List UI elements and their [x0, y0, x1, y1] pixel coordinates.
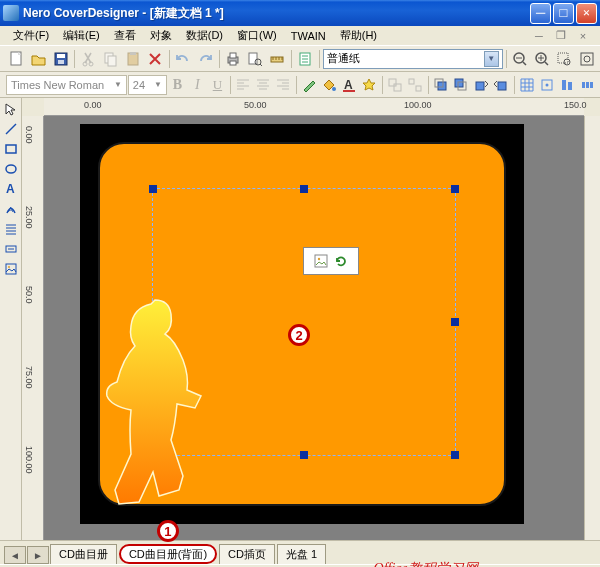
text-color-button[interactable]: A [340, 74, 359, 96]
font-size-select[interactable]: 24▼ [128, 75, 167, 95]
svg-rect-19 [558, 53, 568, 63]
chevron-down-icon: ▼ [154, 80, 162, 89]
tab-cd-booklet-back[interactable]: CD曲目册(背面) [119, 544, 217, 564]
svg-rect-9 [130, 52, 136, 55]
redo-button[interactable] [195, 48, 216, 70]
svg-text:A: A [8, 205, 14, 214]
scrollbar-vertical[interactable] [584, 116, 600, 540]
field-tool[interactable] [2, 240, 20, 258]
align-center-button[interactable] [254, 74, 273, 96]
ruler-horizontal: 0.00 50.00 100.00 150.0 [44, 98, 584, 116]
zoom-fit-button[interactable] [576, 48, 597, 70]
refresh-icon[interactable] [333, 253, 349, 269]
paste-button[interactable] [122, 48, 143, 70]
align-left-button[interactable] [234, 74, 253, 96]
cover-shape[interactable]: 2 [98, 142, 506, 506]
line-tool[interactable] [2, 120, 20, 138]
svg-text:A: A [344, 78, 353, 92]
paper-type-select[interactable]: 普通纸 ▼ [323, 49, 503, 69]
work-area: A A 0.00 50.00 100.00 150.0 0.00 25.00 5… [0, 98, 600, 540]
menu-view[interactable]: 查看 [107, 26, 143, 45]
pointer-tool[interactable] [2, 100, 20, 118]
print-preview-button[interactable] [245, 48, 266, 70]
svg-rect-50 [315, 255, 327, 267]
artistic-text-tool[interactable]: A [2, 200, 20, 218]
save-button[interactable] [50, 48, 71, 70]
maximize-button[interactable]: □ [553, 3, 574, 24]
bold-button[interactable]: B [168, 74, 187, 96]
send-back-button[interactable] [452, 74, 471, 96]
distribute-button[interactable] [578, 74, 597, 96]
menu-edit[interactable]: 编辑(E) [56, 26, 107, 45]
minimize-button[interactable]: ─ [530, 3, 551, 24]
tab-scroll-next[interactable]: ► [27, 546, 49, 564]
rectangle-tool[interactable] [2, 140, 20, 158]
calibrate-button[interactable] [267, 48, 288, 70]
svg-rect-38 [562, 80, 566, 90]
svg-point-23 [332, 87, 336, 91]
menu-twain[interactable]: TWAIN [284, 28, 333, 44]
brush-button[interactable] [300, 74, 319, 96]
fill-button[interactable] [320, 74, 339, 96]
snap-button[interactable] [538, 74, 557, 96]
chevron-down-icon: ▼ [484, 51, 499, 67]
ellipse-tool[interactable] [2, 160, 20, 178]
image-tool[interactable] [2, 260, 20, 278]
new-button[interactable] [6, 48, 27, 70]
open-button[interactable] [28, 48, 49, 70]
undo-button[interactable] [173, 48, 194, 70]
forward-button[interactable] [472, 74, 491, 96]
tracklist-tool[interactable] [2, 220, 20, 238]
resize-handle[interactable] [300, 185, 308, 193]
menu-file[interactable]: 文件(F) [6, 26, 56, 45]
resize-handle[interactable] [149, 185, 157, 193]
copy-button[interactable] [100, 48, 121, 70]
underline-button[interactable]: U [208, 74, 227, 96]
svg-rect-2 [57, 54, 65, 58]
menu-help[interactable]: 帮助(H) [333, 26, 384, 45]
resize-handle[interactable] [451, 451, 459, 459]
zoom-out-button[interactable] [510, 48, 531, 70]
close-button[interactable]: × [576, 3, 597, 24]
cut-button[interactable] [78, 48, 99, 70]
menu-data[interactable]: 数据(D) [179, 26, 230, 45]
align-objects-button[interactable] [558, 74, 577, 96]
align-right-button[interactable] [274, 74, 293, 96]
svg-rect-43 [6, 145, 16, 153]
resize-handle[interactable] [300, 451, 308, 459]
mdi-restore-button[interactable]: ❐ [550, 25, 572, 47]
tab-cd-inlay[interactable]: CD插页 [219, 544, 275, 564]
ungroup-button[interactable] [406, 74, 425, 96]
text-tool[interactable]: A [2, 180, 20, 198]
print-button[interactable] [223, 48, 244, 70]
italic-button[interactable]: I [188, 74, 207, 96]
bring-front-button[interactable] [432, 74, 451, 96]
tab-disc-1[interactable]: 光盘 1 [277, 544, 326, 564]
menu-object[interactable]: 对象 [143, 26, 179, 45]
zoom-in-button[interactable] [532, 48, 553, 70]
tab-scroll-prev[interactable]: ◄ [4, 546, 26, 564]
tab-cd-booklet[interactable]: CD曲目册 [50, 544, 117, 564]
svg-rect-29 [416, 86, 421, 91]
svg-rect-13 [249, 53, 257, 64]
person-silhouette-image[interactable] [60, 288, 220, 508]
svg-rect-27 [394, 84, 401, 91]
design-canvas[interactable]: 2 [44, 116, 584, 540]
zoom-selection-button[interactable] [554, 48, 575, 70]
mdi-close-button[interactable]: × [572, 25, 594, 47]
mdi-minimize-button[interactable]: ─ [528, 25, 550, 47]
backward-button[interactable] [492, 74, 511, 96]
svg-point-37 [546, 83, 549, 86]
chevron-down-icon: ▼ [114, 80, 122, 89]
effects-button[interactable] [360, 74, 379, 96]
svg-rect-12 [230, 61, 236, 65]
menu-window[interactable]: 窗口(W) [230, 26, 284, 45]
picture-tool-icon[interactable] [313, 253, 329, 269]
group-button[interactable] [386, 74, 405, 96]
grid-button[interactable] [518, 74, 537, 96]
resize-handle[interactable] [451, 185, 459, 193]
delete-button[interactable] [145, 48, 166, 70]
resize-handle[interactable] [451, 318, 459, 326]
document-data-button[interactable] [295, 48, 316, 70]
font-family-select[interactable]: Times New Roman▼ [6, 75, 127, 95]
